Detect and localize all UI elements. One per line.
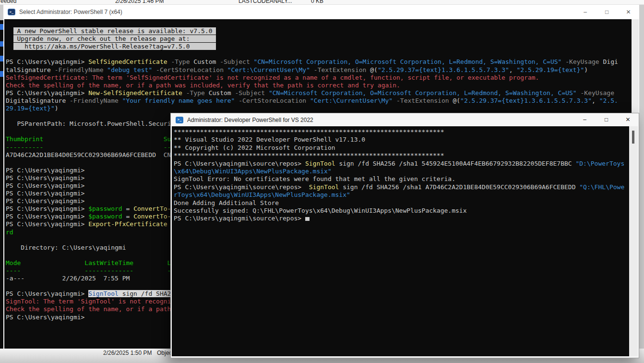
terminal-line: ** Visual Studio 2022 Developer PowerShe…: [174, 136, 629, 144]
file-date: 2/26/2025 1:50 PM: [103, 350, 152, 356]
file-date: 2/26/2025 1:46 PM: [115, 0, 164, 4]
minimize-button[interactable]: –: [574, 113, 596, 126]
terminal-line: \x64\Debug\WinUI3Apps\NewPlusPackage.msi…: [174, 168, 629, 175]
terminal-line: PS C:\Users\yaqingmi\source\repos>: [174, 215, 629, 222]
window2-controls: – □ ✕: [574, 113, 639, 126]
terminal-line: Upgrade now, or check out the release pa…: [6, 35, 632, 43]
terminal-line: rToys\x64\Debug\WinUI3Apps\NewPlusPackag…: [174, 191, 629, 199]
powershell-icon: >_: [8, 9, 15, 15]
maximize-button[interactable]: □: [596, 5, 618, 19]
selection-mark: [0, 24, 3, 30]
text-cursor: [305, 217, 310, 221]
file-label: LASTCODEANALY...: [239, 0, 292, 4]
terminal-line: PS C:\Users\yaqingmi\source\repos> SignT…: [174, 160, 629, 168]
terminal-output-devps[interactable]: ****************************************…: [172, 126, 629, 356]
window2-titlebar[interactable]: >_ Administrator: Developer PowerShell f…: [171, 113, 639, 126]
maximize-button[interactable]: □: [596, 113, 617, 126]
terminal-line: A new PowerShell stable release is avail…: [6, 27, 632, 35]
terminal-line: ** Copyright (c) 2022 Microsoft Corporat…: [174, 144, 629, 152]
window2-title: Administrator: Developer PowerShell for …: [187, 117, 313, 123]
close-button[interactable]: ✕: [618, 5, 639, 19]
terminal-line: Done Adding Additional Store: [174, 199, 629, 207]
terminal-line: [6, 50, 632, 58]
terminal-line: Successfully signed: Q:\FHL\PowerToys\x6…: [174, 207, 629, 215]
scrollbar[interactable]: [629, 126, 638, 356]
powershell-icon: >_: [176, 117, 183, 123]
close-button[interactable]: ✕: [617, 113, 639, 126]
window1-title: Select Administrator: PowerShell 7 (x64): [19, 9, 122, 15]
terminal-line: talSignature -FriendlyName "debug test" …: [6, 66, 632, 74]
file-size: 0 KB: [311, 0, 323, 4]
terminal-line: ****************************************…: [174, 128, 629, 136]
terminal-line: SelfSignedCertificate: The term 'SelfSig…: [6, 74, 632, 82]
selection-mark: [0, 41, 3, 47]
terminal-line: https://aka.ms/PowerShell-Release?tag=v7…: [6, 43, 632, 50]
desktop: { "palette": { "fg": "#cccccc", "yellow"…: [0, 0, 644, 363]
window1-titlebar[interactable]: >_ Select Administrator: PowerShell 7 (x…: [3, 5, 639, 19]
terminal-line: ****************************************…: [174, 152, 629, 159]
terminal-line: SignTool Error: No certificates were fou…: [174, 175, 629, 183]
file-name-fragment: eeded: [0, 0, 16, 4]
terminal-line: DigitalSignature -FriendlyName "Your fri…: [6, 97, 632, 105]
terminal-line: PS C:\Users\yaqingmi> SelfSignedCertific…: [6, 58, 632, 66]
terminal-line: Check the spelling of the name, or if a …: [6, 82, 632, 89]
terminal-line: PS C:\Users\yaqingmi> New-SelfSignedCert…: [6, 89, 632, 97]
terminal-line: PS C:\Users\yaqingmi\source\repos> SignT…: [174, 183, 629, 191]
terminal-line: [6, 20, 632, 27]
explorer-file-row-top[interactable]: eeded 2/26/2025 1:46 PM LASTCODEANALY...…: [0, 0, 644, 5]
window1-controls: – □ ✕: [574, 5, 639, 19]
selection-mark: [0, 56, 3, 61]
selection-mark: [0, 71, 3, 77]
developer-powershell-window: >_ Administrator: Developer PowerShell f…: [170, 113, 639, 358]
terminal-line: 29.19={text}"): [6, 105, 632, 112]
scrollbar-thumb[interactable]: [632, 131, 634, 144]
minimize-button[interactable]: –: [574, 5, 596, 19]
